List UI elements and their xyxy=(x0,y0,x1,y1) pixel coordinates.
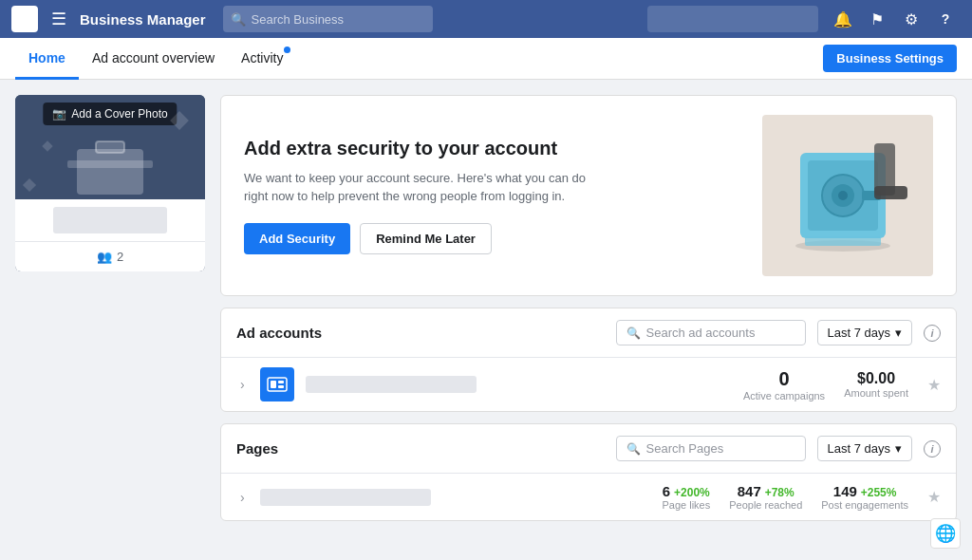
chevron-down-icon: ▾ xyxy=(895,441,902,456)
security-buttons: Add Security Remind Me Later xyxy=(244,223,743,254)
ad-accounts-title: Ad accounts xyxy=(236,325,322,341)
page-likes-value: 6 +200% xyxy=(662,483,710,499)
page-likes-stat: 6 +200% Page likes xyxy=(662,483,710,511)
ad-accounts-header: Ad accounts 🔍 Last 7 days ▾ i xyxy=(221,308,956,358)
briefcase-illustration xyxy=(67,130,153,196)
account-name-bar xyxy=(306,376,477,393)
help-icon[interactable]: ? xyxy=(930,4,961,34)
svg-rect-12 xyxy=(805,236,881,246)
notifications-icon[interactable]: 🔔 xyxy=(828,4,858,34)
people-icon: 👥 xyxy=(97,250,112,264)
right-panel: Add extra security to your account We wa… xyxy=(220,95,957,521)
facebook-logo xyxy=(11,6,38,32)
business-settings-button[interactable]: Business Settings xyxy=(823,45,957,72)
nav-input-box xyxy=(647,6,818,32)
add-cover-photo-button[interactable]: 📷 Add a Cover Photo xyxy=(43,103,177,125)
main-content: 📷 Add a Cover Photo xyxy=(0,80,972,536)
tab-home[interactable]: Home xyxy=(15,38,79,80)
left-panel: 📷 Add a Cover Photo xyxy=(15,95,205,521)
app-title: Business Manager xyxy=(80,11,206,28)
people-count: 👥 2 xyxy=(15,241,205,271)
svg-rect-14 xyxy=(271,381,276,388)
ad-icon-svg xyxy=(267,376,288,393)
ad-accounts-search[interactable]: 🔍 xyxy=(616,320,806,345)
sub-nav: Home Ad account overview Activity Busine… xyxy=(0,38,972,80)
security-svg xyxy=(772,124,924,267)
pages-search[interactable]: 🔍 xyxy=(616,436,806,461)
page-expand-chevron[interactable]: › xyxy=(236,488,249,507)
post-engagements-value: 149 +255% xyxy=(821,483,908,499)
security-text: Add extra security to your account We wa… xyxy=(244,138,743,254)
ad-accounts-search-input[interactable] xyxy=(646,326,795,340)
camera-icon: 📷 xyxy=(52,107,66,121)
ad-accounts-info-icon[interactable]: i xyxy=(924,325,941,342)
search-bar: 🔍 xyxy=(223,6,434,32)
favorite-star-icon[interactable]: ★ xyxy=(927,376,941,394)
amount-spent-label: Amount spent xyxy=(844,387,908,399)
active-campaigns-number: 0 xyxy=(743,368,825,390)
svg-point-7 xyxy=(838,191,848,200)
active-campaigns-label: Active campaigns xyxy=(743,390,825,401)
pages-card: Pages 🔍 Last 7 days ▾ i › xyxy=(220,423,957,521)
security-title: Add extra security to your account xyxy=(244,138,743,159)
globe-button[interactable]: 🌐 xyxy=(930,518,961,536)
diamond-decoration xyxy=(23,178,36,192)
gear-icon[interactable]: ⚙ xyxy=(896,4,926,34)
pages-date-filter[interactable]: Last 7 days ▾ xyxy=(817,436,913,461)
security-description: We want to keep your account secure. Her… xyxy=(244,169,586,206)
ad-accounts-date-filter[interactable]: Last 7 days ▾ xyxy=(817,320,913,345)
flag-icon[interactable]: ⚑ xyxy=(862,4,892,34)
profile-name-bar xyxy=(53,207,167,233)
account-stats: 0 Active campaigns $0.00 Amount spent xyxy=(743,368,908,401)
amount-spent-number: $0.00 xyxy=(844,370,908,387)
hamburger-icon[interactable]: ☰ xyxy=(47,5,70,33)
svg-rect-0 xyxy=(77,149,143,195)
page-favorite-star-icon[interactable]: ★ xyxy=(927,488,941,506)
svg-rect-10 xyxy=(874,186,907,199)
svg-rect-15 xyxy=(278,381,284,383)
cover-photo-bottom xyxy=(15,199,205,241)
pages-header: Pages 🔍 Last 7 days ▾ i xyxy=(221,424,956,474)
diamond-decoration xyxy=(42,140,52,151)
security-illustration xyxy=(762,115,933,276)
people-reached-stat: 847 +78% People reached xyxy=(729,483,802,511)
account-expand-chevron[interactable]: › xyxy=(236,375,249,394)
tab-activity[interactable]: Activity xyxy=(228,38,296,80)
tab-ad-account-overview[interactable]: Ad account overview xyxy=(79,38,228,80)
bottom-right: 🌐 xyxy=(930,518,961,536)
search-icon: 🔍 xyxy=(231,12,246,27)
svg-rect-16 xyxy=(278,385,284,388)
cover-photo-top: 📷 Add a Cover Photo xyxy=(15,95,205,199)
amount-spent-stat: $0.00 Amount spent xyxy=(844,370,908,399)
add-security-button[interactable]: Add Security xyxy=(244,223,350,254)
page-name-bar xyxy=(260,489,431,506)
page-stats: 6 +200% Page likes 847 +78% People reach… xyxy=(662,483,908,511)
chevron-down-icon: ▾ xyxy=(895,326,902,340)
svg-rect-2 xyxy=(67,160,153,168)
pages-info-icon[interactable]: i xyxy=(924,440,941,457)
pages-search-input[interactable] xyxy=(646,441,795,456)
pages-title: Pages xyxy=(236,440,278,457)
page-row: › 6 +200% Page likes 847 +78% xyxy=(221,474,956,520)
search-icon: 🔍 xyxy=(626,327,641,340)
search-icon: 🔍 xyxy=(626,442,641,456)
security-card: Add extra security to your account We wa… xyxy=(220,95,957,296)
people-reached-value: 847 +78% xyxy=(729,483,802,499)
ad-account-icon xyxy=(260,367,294,401)
search-input[interactable] xyxy=(252,12,426,27)
cover-photo-card: 📷 Add a Cover Photo xyxy=(15,95,205,271)
post-engagements-stat: 149 +255% Post engagements xyxy=(821,483,908,511)
svg-rect-1 xyxy=(96,141,124,153)
ad-account-row: › 0 Active campaigns xyxy=(221,358,956,411)
active-campaigns-stat: 0 Active campaigns xyxy=(743,368,825,401)
ad-accounts-card: Ad accounts 🔍 Last 7 days ▾ i › xyxy=(220,308,957,412)
remind-me-later-button[interactable]: Remind Me Later xyxy=(360,223,492,254)
